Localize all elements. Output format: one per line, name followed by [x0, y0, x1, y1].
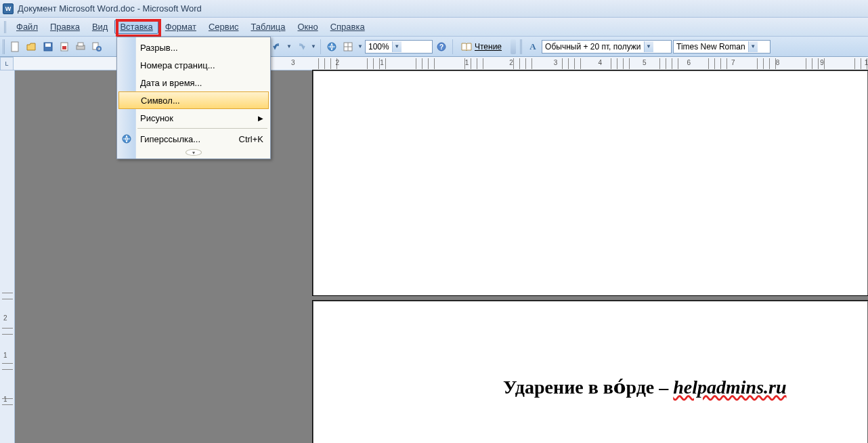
dropdown-expand[interactable]: ▾: [117, 148, 270, 157]
toolbar-separator: [320, 39, 321, 54]
dd-hyperlink-label: Гиперссылка...: [140, 134, 200, 144]
ruler-num: 3: [291, 59, 295, 66]
submenu-arrow-icon: ▶: [258, 114, 263, 122]
vertical-ruler[interactable]: 2 1 1: [0, 70, 15, 443]
reading-layout-label: Чтение: [475, 42, 502, 51]
svg-rect-4: [62, 46, 66, 49]
permission-button[interactable]: [57, 39, 72, 54]
styles-pane-button[interactable]: A: [525, 39, 540, 54]
menu-edit[interactable]: Правка: [45, 20, 85, 34]
dropdown-separator: [137, 128, 267, 129]
menu-edit-label: Правка: [50, 22, 80, 32]
ruler-num: 9: [820, 59, 824, 66]
ruler-num: 8: [776, 59, 780, 66]
dd-picture-label: Рисунок: [140, 113, 173, 123]
help-button[interactable]: ?: [434, 39, 449, 54]
new-doc-button[interactable]: [8, 39, 23, 54]
document-text-line[interactable]: Ударение в во́рде – helpadmіns.ru: [503, 376, 787, 398]
reading-layout-button[interactable]: Чтение: [456, 39, 506, 54]
open-button[interactable]: [24, 39, 39, 54]
svg-rect-6: [78, 43, 83, 46]
ruler-num: 1: [465, 59, 469, 66]
ruler-num: 2: [509, 59, 513, 66]
doc-text-part1: Ударение в во́рде –: [503, 377, 673, 398]
document-page-1[interactable]: [313, 70, 868, 295]
ruler-corner[interactable]: L: [0, 57, 14, 70]
dd-item-symbol[interactable]: Символ...: [118, 91, 269, 109]
dd-item-break[interactable]: Разрыв...: [117, 39, 270, 56]
menu-window-label: Окно: [297, 22, 318, 32]
menu-view-label: Вид: [92, 22, 108, 32]
save-button[interactable]: [41, 39, 56, 54]
formatting-grip[interactable]: [520, 39, 523, 54]
menu-window[interactable]: Окно: [292, 20, 323, 34]
insert-dropdown-menu: Разрыв... Номера страниц... Дата и время…: [116, 37, 271, 159]
zoom-combo[interactable]: 100% ▼: [365, 40, 433, 54]
window-title: Документ Microsoft Word.doc - Microsoft …: [18, 3, 202, 14]
zoom-dropdown-icon: ▼: [392, 41, 402, 52]
menu-tools-label: Сервис: [209, 22, 239, 32]
menu-help[interactable]: Справка: [325, 20, 370, 34]
ruler-num: 10: [865, 59, 868, 66]
svg-point-8: [97, 47, 101, 51]
toolbar-grip[interactable]: [3, 39, 5, 54]
titlebar: W Документ Microsoft Word.doc - Microsof…: [0, 0, 868, 18]
undo-button[interactable]: [269, 39, 284, 54]
svg-text:?: ?: [439, 43, 443, 51]
dd-symbol-label: Символ...: [141, 96, 180, 106]
font-dropdown-icon: ▼: [748, 41, 758, 52]
book-icon: [461, 42, 472, 51]
tables-dropdown[interactable]: ▼: [357, 43, 364, 49]
vruler-num: 1: [3, 352, 7, 359]
zoom-value: 100%: [368, 42, 389, 51]
vruler-num: 2: [3, 314, 7, 322]
toolbar-separator-2: [452, 39, 453, 54]
toolbar-overflow[interactable]: [511, 39, 516, 54]
dd-hyperlink-shortcut: Ctrl+K: [239, 134, 263, 144]
chevron-down-icon: ▾: [186, 149, 202, 156]
style-combo[interactable]: Обычный + 20 пт, полужи ▼: [542, 40, 672, 54]
menu-format[interactable]: Формат: [160, 20, 202, 34]
style-dropdown-icon: ▼: [644, 41, 653, 52]
menubar: Файл Правка Вид Вставка Формат Сервис Та…: [0, 18, 868, 37]
menu-format-label: Формат: [165, 22, 196, 32]
font-combo[interactable]: Times New Roman ▼: [673, 40, 771, 54]
font-value: Times New Roman: [676, 42, 745, 51]
svg-rect-2: [45, 43, 51, 47]
ruler-num: 7: [731, 59, 735, 66]
print-button[interactable]: [73, 39, 88, 54]
dd-item-hyperlink[interactable]: Гиперссылка... Ctrl+K: [117, 130, 270, 148]
dd-item-pagenumbers[interactable]: Номера страниц...: [117, 56, 270, 74]
ruler-numbers: 3 2 1 1 2 3 4 5 6 7 8 9 10 11 12 13 14: [291, 59, 868, 66]
menu-file-label: Файл: [16, 22, 38, 32]
dd-item-datetime[interactable]: Дата и время...: [117, 74, 270, 91]
menu-view[interactable]: Вид: [87, 20, 114, 34]
dd-pagenum-label: Номера страниц...: [140, 60, 215, 70]
vruler-num: 1: [3, 396, 7, 403]
redo-dropdown[interactable]: ▼: [310, 43, 317, 49]
hyperlink-button[interactable]: [324, 39, 339, 54]
menu-insert-label: Вставка: [120, 22, 152, 32]
menu-insert[interactable]: Вставка: [114, 20, 158, 34]
menu-table-label: Таблица: [251, 22, 285, 32]
tables-borders-button[interactable]: [341, 39, 355, 54]
dd-datetime-label: Дата и время...: [140, 78, 202, 88]
document-page-2[interactable]: Ударение в во́рде – helpadmіns.ru: [313, 301, 868, 443]
ruler-num: 3: [554, 59, 558, 66]
dd-item-picture[interactable]: Рисунок▶: [117, 109, 270, 127]
print-preview-button[interactable]: [89, 39, 104, 54]
menu-tools[interactable]: Сервис: [203, 20, 244, 34]
word-app-icon: W: [3, 3, 14, 14]
dd-break-label: Разрыв...: [140, 43, 178, 53]
redo-button[interactable]: [294, 39, 309, 54]
menubar-grip[interactable]: [4, 21, 7, 33]
ruler-num: 6: [687, 59, 691, 66]
doc-text-part2: helpadmіns.ru: [673, 377, 786, 398]
menu-table[interactable]: Таблица: [245, 20, 290, 34]
undo-dropdown[interactable]: ▼: [286, 43, 292, 49]
ruler-num: 2: [336, 59, 340, 66]
style-value: Обычный + 20 пт, полужи: [545, 42, 641, 51]
ruler-num: 5: [643, 59, 647, 66]
menu-file[interactable]: Файл: [11, 20, 43, 34]
hyperlink-icon: [121, 133, 132, 144]
